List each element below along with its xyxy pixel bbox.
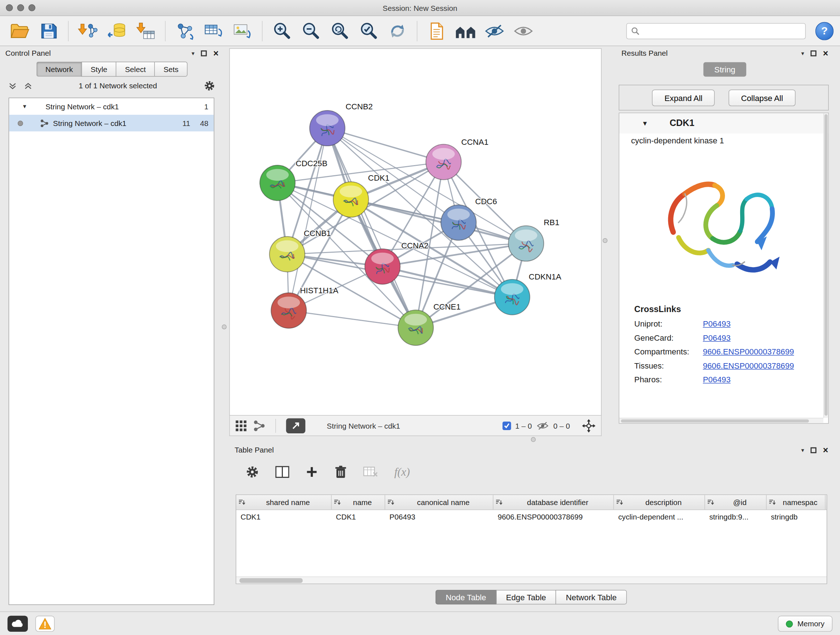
column-header-namespac[interactable]: namespac xyxy=(767,495,826,509)
network-canvas[interactable]: CCNB2CCNA1CDC25BCDK1CDC6RB1CCNB1CCNA2CDK… xyxy=(229,48,602,416)
help-button[interactable]: ? xyxy=(815,22,834,40)
table-cell[interactable]: P06493 xyxy=(385,513,493,521)
open-in-new-window-button[interactable] xyxy=(286,418,305,433)
network-node-ccnb2[interactable] xyxy=(309,111,345,146)
network-current-dot[interactable] xyxy=(18,120,23,126)
panel-float-icon[interactable] xyxy=(201,50,207,56)
right-splitter-handle[interactable] xyxy=(603,238,607,243)
panel-close-icon[interactable]: × xyxy=(823,447,829,453)
show-elements-button[interactable] xyxy=(510,18,537,44)
tab-edge-table[interactable]: Edge Table xyxy=(496,590,556,605)
function-builder-button[interactable]: f(x) xyxy=(394,465,410,478)
save-session-button[interactable] xyxy=(35,18,62,44)
selected-nodes-checkbox[interactable] xyxy=(502,421,511,430)
search-field[interactable] xyxy=(626,23,806,39)
network-edge[interactable] xyxy=(289,128,327,310)
column-header--id[interactable]: @id xyxy=(705,495,767,509)
network-collection-row[interactable]: ▼ String Network – cdk1 1 xyxy=(9,98,214,115)
table-cell[interactable]: cyclin-dependent ... xyxy=(614,513,705,521)
table-cell[interactable]: stringdb xyxy=(767,513,826,521)
crosslink-value-link[interactable]: P06493 xyxy=(703,375,731,384)
network-node-cdk1[interactable] xyxy=(333,182,369,217)
move-crosshair-icon[interactable] xyxy=(582,418,596,432)
bottom-splitter-handle[interactable] xyxy=(531,437,536,442)
table-cell[interactable]: CDK1 xyxy=(236,513,332,521)
network-node-cdkn1a[interactable] xyxy=(494,279,530,315)
network-from-table-button[interactable] xyxy=(201,18,227,44)
expand-all-icon[interactable] xyxy=(24,82,32,90)
table-cell[interactable]: stringdb:9... xyxy=(705,513,767,521)
gene-collapse-icon[interactable]: ▼ xyxy=(642,119,648,127)
memory-button[interactable]: Memory xyxy=(778,616,832,632)
zoom-selected-button[interactable] xyxy=(355,18,382,44)
warning-status-button[interactable] xyxy=(35,616,55,632)
network-node-cdc25b[interactable] xyxy=(260,165,295,201)
import-network-database-button[interactable] xyxy=(103,18,130,44)
column-header-canonical-name[interactable]: canonical name xyxy=(385,495,493,509)
network-node-cdc6[interactable] xyxy=(441,205,477,241)
gene-section-header[interactable]: ▼ CDK1 xyxy=(619,113,829,134)
minimize-window-button[interactable] xyxy=(17,4,24,11)
refresh-button[interactable] xyxy=(384,18,411,44)
network-edge[interactable] xyxy=(327,128,444,162)
open-session-button[interactable] xyxy=(6,18,33,44)
panel-float-icon[interactable] xyxy=(811,50,816,56)
network-node-hist1h1a[interactable] xyxy=(271,293,306,328)
collection-expand-icon[interactable]: ▼ xyxy=(22,103,27,109)
zoom-window-button[interactable] xyxy=(28,4,35,11)
new-network-button[interactable] xyxy=(172,18,198,44)
panel-menu-icon[interactable]: ▾ xyxy=(801,50,804,57)
network-edge[interactable] xyxy=(351,200,526,243)
birdseye-view-icon[interactable] xyxy=(253,420,265,432)
crosslink-value-link[interactable]: 9606.ENSP00000378699 xyxy=(703,347,794,356)
hide-elements-button[interactable] xyxy=(481,18,508,44)
table-row[interactable]: CDK1CDK1P064939606.ENSP00000378699cyclin… xyxy=(236,510,827,524)
column-header-name[interactable]: name xyxy=(332,495,385,509)
zoom-fit-button[interactable] xyxy=(326,18,353,44)
cloud-status-button[interactable] xyxy=(8,616,28,632)
tab-sets[interactable]: Sets xyxy=(155,62,188,76)
tab-network[interactable]: Network xyxy=(36,62,81,76)
panel-close-icon[interactable]: × xyxy=(823,50,829,56)
import-table-button[interactable] xyxy=(133,18,159,44)
expand-all-button[interactable]: Expand All xyxy=(652,89,715,106)
crosslink-value-link[interactable]: P06493 xyxy=(703,333,731,342)
hidden-eye-icon[interactable] xyxy=(536,421,549,431)
panel-menu-icon[interactable]: ▾ xyxy=(191,50,194,57)
column-header-description[interactable]: description xyxy=(614,495,705,509)
network-edge[interactable] xyxy=(289,310,416,328)
crosslink-value-link[interactable]: P06493 xyxy=(703,319,731,328)
export-image-button[interactable] xyxy=(229,18,256,44)
tab-select[interactable]: Select xyxy=(116,62,155,76)
table-horizontal-scrollbar[interactable] xyxy=(236,577,827,584)
collapse-all-button[interactable]: Collapse All xyxy=(729,89,795,106)
delete-column-icon[interactable] xyxy=(334,465,347,479)
zoom-in-button[interactable] xyxy=(268,18,295,44)
tab-string[interactable]: String xyxy=(703,62,746,77)
select-columns-icon[interactable] xyxy=(275,466,289,478)
left-splitter-handle[interactable] xyxy=(222,325,226,329)
zoom-out-button[interactable] xyxy=(297,18,324,44)
panel-float-icon[interactable] xyxy=(811,447,816,453)
grid-layout-icon[interactable] xyxy=(235,420,247,432)
table-cell[interactable]: 9606.ENSP00000378699 xyxy=(493,513,614,521)
column-header-database-identifier[interactable]: database identifier xyxy=(493,495,614,509)
table-cell[interactable]: CDK1 xyxy=(332,513,385,521)
column-header-shared-name[interactable]: shared name xyxy=(236,495,332,509)
network-row[interactable]: String Network – cdk1 11 48 xyxy=(9,115,214,131)
network-node-ccna2[interactable] xyxy=(365,249,400,284)
annotation-button[interactable] xyxy=(423,18,450,44)
tab-network-table[interactable]: Network Table xyxy=(556,590,627,605)
gear-icon[interactable] xyxy=(204,80,216,92)
import-network-file-button[interactable] xyxy=(74,18,101,44)
network-node-ccna1[interactable] xyxy=(426,144,461,180)
results-horizontal-scrollbar[interactable] xyxy=(619,418,823,423)
network-edge[interactable] xyxy=(327,128,416,328)
results-vertical-scrollbar[interactable] xyxy=(823,113,828,418)
gear-icon[interactable] xyxy=(245,465,259,479)
close-window-button[interactable] xyxy=(6,4,13,11)
panel-menu-icon[interactable]: ▾ xyxy=(801,447,804,453)
network-node-ccnb1[interactable] xyxy=(270,236,305,272)
panel-close-icon[interactable]: × xyxy=(213,50,218,56)
crosslink-value-link[interactable]: 9606.ENSP00000378699 xyxy=(703,361,794,370)
